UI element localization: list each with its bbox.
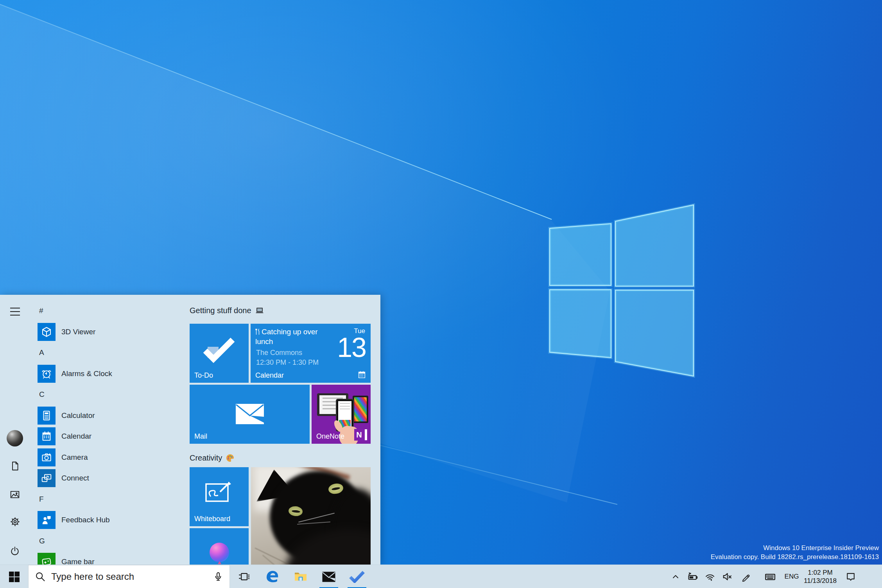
utensils-icon [255,328,260,335]
wifi-icon [705,571,715,582]
power-button[interactable] [5,541,24,560]
onenote-logo: N [354,429,368,441]
tile-label: To-Do [194,371,213,380]
taskbar-app-edge[interactable] [258,565,287,588]
app-list-header: # [39,300,43,321]
alarm-clock-icon [38,365,56,383]
balloon-icon [210,543,229,565]
search-box[interactable]: Type here to search [28,565,230,588]
expand-menu-button[interactable] [5,302,24,321]
calendar-day: 13 [337,334,366,361]
pictures-icon [10,489,20,500]
user-avatar [7,430,23,446]
tray-network[interactable] [701,565,719,588]
camera-icon [38,448,56,466]
tile-group-header[interactable]: Getting stuff done [190,300,264,321]
chevron-up-icon [671,572,680,581]
tray-pen[interactable] [738,565,755,588]
task-view-icon [238,571,250,583]
evaluation-watermark: Windows 10 Enterprise Insider Preview Ev… [711,543,879,561]
app-list-header: A [39,342,44,363]
tray-volume[interactable] [719,565,736,588]
app-list-header: G [39,531,45,551]
power-icon [10,546,20,556]
tile-label: Calendar [255,371,284,380]
mail-icon [322,572,335,582]
tray-time: 1:02 PM [808,568,832,577]
calendar-icon [38,427,56,445]
tray-touch-keyboard[interactable] [761,565,780,588]
feedback-hub-icon [38,511,56,529]
palette-icon [226,454,235,463]
action-center-button[interactable] [841,565,860,588]
todo-check-icon [202,337,237,364]
tray-language[interactable]: ENG [782,565,802,588]
file-explorer-icon [293,569,308,584]
keyboard-icon [764,571,776,583]
tile-onenote[interactable]: OneNote N [312,385,371,444]
tray-date: 11/13/2018 [804,577,837,585]
tray-show-hidden-icons[interactable] [667,565,684,588]
taskbar-app-mail[interactable] [315,565,343,588]
battery-charging-icon [687,571,698,582]
search-input[interactable]: Type here to search [51,571,213,582]
onenote-art-tablet [353,396,368,423]
pen-icon [741,572,751,582]
document-icon [10,461,20,471]
tray-battery[interactable] [684,565,701,588]
app-list-header: C [39,384,45,405]
documents-button[interactable] [5,457,24,475]
3d-viewer-icon [38,323,56,341]
laptop-icon [255,307,264,315]
pictures-button[interactable] [5,485,24,504]
tray-clock[interactable]: 1:02 PM 11/13/2018 [800,565,841,588]
tile-mail[interactable]: Mail [190,385,310,444]
tile-calendar[interactable]: Catching up over lunch The Commons 12:30… [251,324,371,383]
action-center-icon [845,571,856,582]
todo-icon [349,570,365,583]
windows-logo [540,195,704,383]
mail-envelope-icon [236,404,264,424]
calendar-event-time: 12:30 PM - 1:30 PM [256,358,319,368]
app-list-header: F [39,489,44,509]
calendar-event-location: The Commons [256,348,319,358]
edge-icon [265,569,280,584]
tile-label: Mail [194,432,207,441]
taskbar-app-todo[interactable] [343,565,371,588]
microphone-icon[interactable] [213,572,223,582]
start-button[interactable] [0,565,28,588]
calendar-glyph-icon [358,371,366,379]
windows-start-icon [9,572,20,582]
tile-todo[interactable]: To-Do [190,324,249,383]
tile-label: Whiteboard [194,515,230,523]
search-icon [35,571,46,582]
tile-group-header[interactable]: Creativity [190,450,235,466]
task-view-button[interactable] [230,565,258,588]
calculator-icon [38,407,56,425]
tile-photos-cat[interactable] [251,467,371,565]
whiteboard-icon [205,481,233,504]
tile-whiteboard[interactable]: Whiteboard [190,467,249,526]
volume-muted-icon [722,571,733,582]
calendar-event-title: Catching up over lunch [255,327,336,346]
tile-label: OneNote [316,432,344,441]
connect-icon [38,469,56,487]
taskbar: Type here to search [0,565,882,588]
tile-cortana-balloon[interactable] [190,528,249,565]
start-menu: # 3D Viewer A Alarms & Clock C Calculato… [0,295,380,565]
gear-icon [10,516,20,527]
settings-button[interactable] [5,512,24,531]
taskbar-app-file-explorer[interactable] [287,565,315,588]
user-account-button[interactable] [5,429,24,448]
game-bar-icon [38,553,56,565]
